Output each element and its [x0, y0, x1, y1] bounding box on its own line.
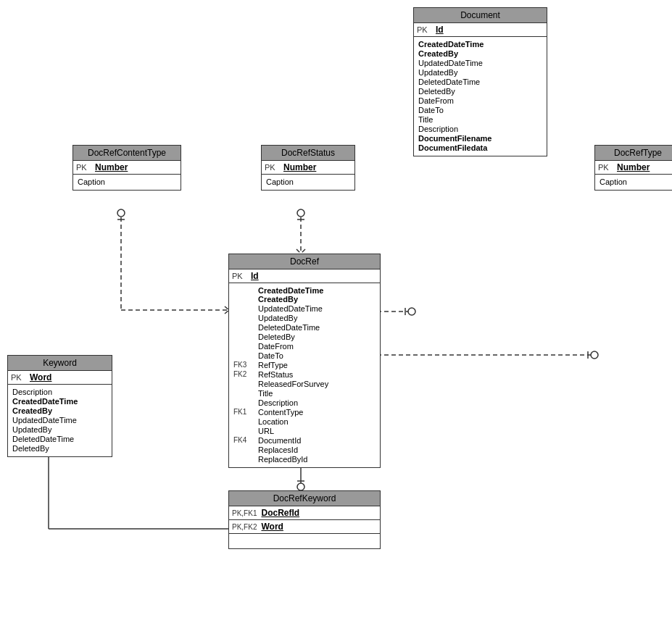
entity-keyword-fields: Description CreatedDateTime CreatedBy Up…	[8, 385, 112, 456]
entity-docrefkeyword-pk1: PK,FK1 DocRefId	[229, 506, 380, 520]
entity-docrefkeyword-pk2: PK,FK2 Word	[229, 520, 380, 534]
entity-docreftype-fields: Caption	[595, 175, 672, 190]
keyword-createddatetime: CreatedDateTime	[12, 397, 78, 406]
document-pk-label: PK	[417, 25, 431, 34]
entity-docreftype-header: DocRefType	[595, 146, 672, 161]
entity-docref-fields: CreatedDateTime CreatedBy UpdatedDateTim…	[229, 283, 380, 467]
entity-keyword-header: Keyword	[8, 356, 112, 371]
docref-deletedby: DeletedBy	[258, 333, 295, 341]
diagram-container: Document PK Id CreatedDateTime CreatedBy…	[0, 0, 672, 644]
doc-field-createdby: CreatedBy	[418, 49, 458, 58]
docrefstatus-pk-label: PK	[265, 163, 279, 172]
docrefstatus-pk-field: Number	[283, 162, 316, 172]
docref-fk3-label: FK3	[233, 361, 255, 369]
keyword-deletedby: DeletedBy	[12, 444, 49, 453]
entity-docrefkeyword: DocRefKeyword PK,FK1 DocRefId PK,FK2 Wor…	[228, 490, 381, 549]
document-pk-field: Id	[436, 25, 444, 35]
entity-docrefcontenttype: DocRefContentType PK Number Caption	[72, 145, 181, 191]
keyword-pk-field: Word	[30, 372, 51, 382]
doc-field-documentfilename: DocumentFilename	[418, 134, 491, 143]
svg-point-17	[591, 351, 598, 359]
docreftype-caption: Caption	[600, 177, 627, 186]
docref-datefrom: DateFrom	[258, 342, 294, 351]
entity-document: Document PK Id CreatedDateTime CreatedBy…	[413, 7, 547, 156]
doc-field-dateto: DateTo	[418, 106, 444, 114]
docref-description: Description	[258, 398, 298, 407]
entity-docrefcontenttype-fields: Caption	[73, 175, 181, 190]
docref-fk4-label: FK4	[233, 436, 255, 444]
docref-fk2-label: FK2	[233, 370, 255, 378]
docref-updatedby: UpdatedBy	[258, 314, 297, 322]
docrefkeyword-pk-fk1-label: PK,FK1	[232, 509, 257, 517]
entity-keyword-pk: PK Word	[8, 371, 112, 385]
docreftype-pk-label: PK	[598, 163, 613, 172]
entity-docrefcontenttype-header: DocRefContentType	[73, 146, 181, 161]
doc-field-datefrom: DateFrom	[418, 96, 454, 105]
entity-document-header: Document	[414, 8, 547, 23]
doc-field-updateddatetime: UpdatedDateTime	[418, 59, 483, 67]
keyword-updatedby: UpdatedBy	[12, 425, 51, 434]
svg-point-30	[297, 483, 304, 490]
docrefcontenttype-pk-field: Number	[95, 162, 128, 172]
entity-docrefstatus-fields: Caption	[262, 175, 354, 190]
docrefkeyword-word: Word	[261, 522, 283, 532]
docrefcontenttype-caption: Caption	[78, 177, 105, 186]
docreftype-pk-field: Number	[617, 162, 650, 172]
entity-docreftype: DocRefType PK Number Caption	[594, 145, 672, 191]
keyword-pk-label: PK	[11, 373, 25, 382]
entity-document-fields: CreatedDateTime CreatedBy UpdatedDateTim…	[414, 37, 547, 156]
svg-point-7	[297, 209, 304, 217]
doc-field-deletedby: DeletedBy	[418, 87, 455, 96]
entity-docrefstatus-header: DocRefStatus	[262, 146, 354, 161]
keyword-createdby: CreatedBy	[12, 406, 52, 415]
docref-refstatus: RefStatus	[258, 370, 293, 379]
docrefcontenttype-pk-label: PK	[76, 163, 91, 172]
docref-contenttype: ContentType	[258, 408, 303, 417]
keyword-deleteddatetime: DeletedDateTime	[12, 435, 74, 443]
entity-docref-pk: PK Id	[229, 269, 380, 283]
docref-pk-label: PK	[232, 272, 246, 280]
docref-documentid: DocumentId	[258, 436, 301, 445]
docref-title: Title	[258, 389, 273, 398]
keyword-updateddatetime: UpdatedDateTime	[12, 416, 77, 425]
svg-point-4	[117, 209, 125, 217]
entity-docrefstatus: DocRefStatus PK Number Caption	[261, 145, 355, 191]
docref-updateddatetime: UpdatedDateTime	[258, 304, 323, 313]
docref-createdby: CreatedBy	[258, 295, 298, 304]
entity-docref: DocRef PK Id CreatedDateTime CreatedBy U…	[228, 254, 381, 468]
doc-field-title: Title	[418, 115, 433, 124]
docref-releasedforsurvey: ReleasedForSurvey	[258, 380, 328, 388]
entity-keyword: Keyword PK Word Description CreatedDateT…	[7, 355, 112, 457]
keyword-description: Description	[12, 388, 52, 396]
entity-docrefkeyword-header: DocRefKeyword	[229, 491, 380, 506]
entity-docref-header: DocRef	[229, 254, 380, 269]
doc-field-description: Description	[418, 125, 458, 133]
docref-url: URL	[258, 427, 274, 435]
docrefkeyword-pk-fk2-label: PK,FK2	[232, 523, 257, 531]
docref-fk1-label: FK1	[233, 408, 255, 416]
entity-docrefkeyword-fields	[229, 534, 380, 548]
entity-docreftype-pk: PK Number	[595, 161, 672, 175]
docref-dateto: DateTo	[258, 351, 283, 360]
docref-replacedbyid: ReplacedById	[258, 455, 308, 464]
docref-createddatetime: CreatedDateTime	[258, 286, 323, 295]
docref-replacesid: ReplacesId	[258, 446, 298, 454]
docrefstatus-caption: Caption	[266, 177, 294, 186]
doc-field-documentfiledata: DocumentFiledata	[418, 143, 487, 152]
entity-docrefcontenttype-pk: PK Number	[73, 161, 181, 175]
doc-field-deleteddatetime: DeletedDateTime	[418, 78, 480, 86]
docref-pk-field: Id	[251, 271, 259, 281]
doc-field-createddatetime: CreatedDateTime	[418, 40, 484, 49]
docref-reftype: RefType	[258, 361, 288, 369]
docrefkeyword-docrefid: DocRefId	[261, 508, 299, 518]
docref-location: Location	[258, 417, 289, 426]
svg-point-12	[408, 308, 415, 315]
entity-docrefstatus-pk: PK Number	[262, 161, 354, 175]
docref-deleteddatetime: DeletedDateTime	[258, 323, 320, 332]
doc-field-updatedby: UpdatedBy	[418, 68, 457, 77]
entity-document-pk: PK Id	[414, 23, 547, 37]
